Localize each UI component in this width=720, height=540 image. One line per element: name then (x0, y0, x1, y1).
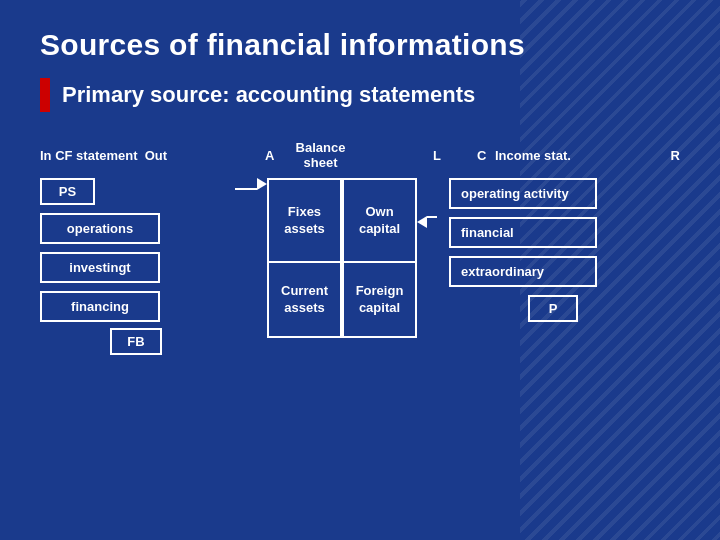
fixes-assets-cell: Fixes assets (267, 178, 342, 263)
subtitle-row: Primary source: accounting statements (40, 78, 680, 112)
extraordinary-box: extraordinary (449, 256, 597, 287)
slide-title: Sources of financial informations (40, 28, 680, 62)
balance-income-arrow (417, 178, 437, 228)
r-label: R (625, 148, 680, 163)
balance-header-label: Balance sheet (283, 140, 358, 170)
operating-activity-box: operating activity (449, 178, 597, 209)
fb-row: FB (40, 328, 235, 355)
operations-box: operations (40, 213, 160, 244)
investing-box: investingt (40, 252, 160, 283)
diagram: In CF statement Out A Balance sheet L C … (40, 140, 680, 355)
a-label: A (265, 148, 279, 163)
own-capital-cell: Own capital (342, 178, 417, 263)
headers-row: In CF statement Out A Balance sheet L C … (40, 140, 680, 170)
slide: Sources of financial informations Primar… (0, 0, 720, 540)
balance-columns: Fixes assets Current assets Own capital … (267, 178, 417, 338)
assets-column: Fixes assets Current assets (267, 178, 342, 338)
income-column: operating activity financial extraordina… (449, 178, 597, 322)
financing-box: financing (40, 291, 160, 322)
liabilities-column: Own capital Foreign capital (342, 178, 417, 338)
financial-box: financial (449, 217, 597, 248)
c-label: C (477, 148, 491, 163)
ps-box: PS (40, 178, 95, 205)
income-header-label: Income stat. (495, 148, 625, 163)
diagram-body: PS operations investingt financing FB (40, 178, 680, 355)
l-label: L (433, 148, 447, 163)
cf-header-label: In CF statement Out (40, 148, 235, 163)
current-assets-cell: Current assets (267, 263, 342, 338)
subtitle-bar (40, 78, 50, 112)
slide-subtitle: Primary source: accounting statements (62, 82, 475, 108)
foreign-capital-cell: Foreign capital (342, 263, 417, 338)
balance-sheet: Fixes assets Current assets Own capital … (267, 178, 417, 338)
p-box: P (528, 295, 578, 322)
p-row: P (449, 295, 597, 322)
cf-column: PS operations investingt financing FB (40, 178, 235, 355)
fb-box: FB (110, 328, 162, 355)
fb-arrow (235, 178, 267, 228)
